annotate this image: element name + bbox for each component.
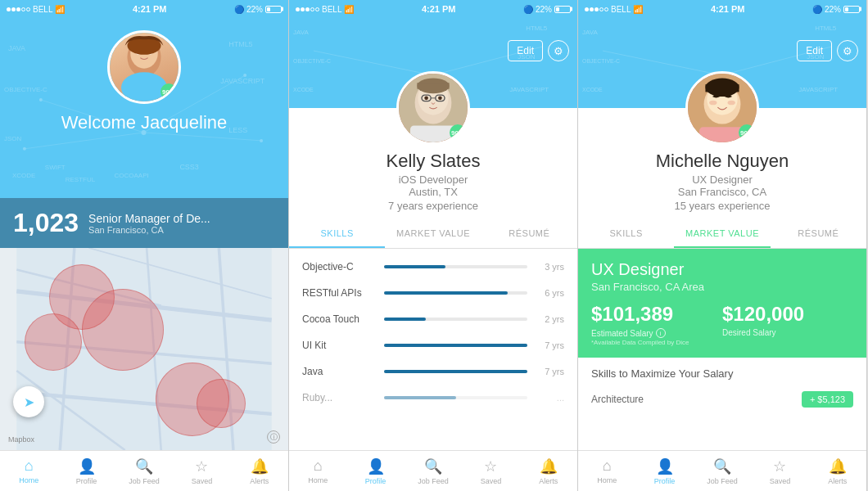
profile-icon-3: 👤 (656, 457, 674, 475)
battery-label-1: 22% (246, 5, 263, 14)
status-bar-2: BELL 📶 4:21 PM 🔵 22% (289, 0, 577, 18)
skill-row-1: RESTful APIs 6 yrs (289, 280, 577, 306)
signal-dot (301, 7, 305, 11)
signal-dot-empty (604, 7, 608, 11)
home-icon-2: ⌂ (314, 457, 323, 475)
tab-bar-2: SKILLS MARKET VALUE RÉSUMÉ (289, 220, 577, 249)
saved-icon-1: ☆ (195, 457, 208, 475)
saved-icon-3: ☆ (773, 457, 786, 475)
svg-text:SWIFT: SWIFT (45, 164, 66, 171)
skill-name-1: RESTful APIs (302, 287, 376, 299)
svg-rect-69 (705, 84, 739, 92)
profile-header-2: JAVA HTML5 OBJECTIVE-C JSON XCODE JAVASC… (289, 18, 577, 220)
nav-home-3[interactable]: ⌂ Home (578, 451, 635, 491)
svg-text:HTML5: HTML5 (815, 25, 837, 32)
battery-label-2: 22% (536, 5, 552, 14)
fab-location-button[interactable]: ➤ (13, 386, 44, 417)
home-icon-1: ⌂ (25, 457, 34, 475)
carrier-label: BELL (33, 5, 52, 14)
svg-text:JSON: JSON (4, 135, 21, 142)
status-right-3: 🔵 22% (812, 5, 860, 14)
signal-dots-3 (585, 7, 608, 11)
profile-exp-3: 15 years experience (656, 200, 789, 212)
wifi-icon-2: 📶 (344, 5, 354, 14)
mv-skill-name-0: Architecture (591, 394, 793, 405)
nav-home-2[interactable]: ⌂ Home (289, 451, 346, 491)
tab-resume-3[interactable]: RÉSUMÉ (771, 220, 866, 248)
wifi-icon: 📶 (55, 5, 65, 14)
status-left-2: BELL 📶 (296, 5, 354, 14)
skill-yrs-0: 3 yrs (536, 262, 564, 272)
status-time-1: 4:21 PM (133, 4, 167, 14)
avatar-wrap-3: 90% (685, 71, 759, 145)
nav-saved-3[interactable]: ☆ Saved (751, 451, 808, 491)
profile-icon-2: 👤 (367, 457, 385, 475)
map-bubble-2 (82, 289, 164, 371)
nav-saved-1[interactable]: ☆ Saved (173, 451, 230, 491)
svg-point-19 (260, 139, 263, 142)
settings-button-3[interactable]: ⚙ (837, 40, 858, 61)
mv-desired-salary: $120,000 Desired Salary (722, 303, 853, 346)
tab-marketvalue-2[interactable]: MARKET VALUE (385, 220, 481, 248)
nav-saved-label-2: Saved (481, 477, 502, 485)
nav-alerts-3[interactable]: 🔔 Alerts (809, 451, 866, 491)
signal-dots-1 (7, 7, 30, 11)
mv-card-title: UX Designer (591, 260, 853, 279)
edit-button-3[interactable]: Edit (797, 40, 832, 61)
svg-point-27 (121, 72, 167, 101)
edit-button-2[interactable]: Edit (508, 40, 543, 61)
alerts-icon-2: 🔔 (540, 457, 558, 475)
job-info: Senior Manager of De... San Francisco, C… (88, 212, 210, 235)
info-button[interactable]: ⓘ (267, 430, 280, 444)
job-count: 1,023 (13, 208, 79, 238)
skill-name-5: Ruby... (302, 392, 376, 403)
skill-row-5: Ruby... ... (289, 385, 577, 411)
skill-row-2: Cocoa Touch 2 yrs (289, 306, 577, 332)
map-bubble-5 (197, 379, 246, 428)
nav-saved-2[interactable]: ☆ Saved (462, 451, 519, 491)
market-value-section: UX Designer San Francisco, CA Area $101,… (578, 249, 866, 450)
status-right-1: 🔵 22% (234, 5, 282, 14)
skill-bar-wrap-0 (384, 265, 527, 268)
svg-text:XCODE: XCODE (582, 87, 603, 92)
skill-name-3: UI Kit (302, 340, 376, 351)
profile-role-3: UX Designer (656, 173, 789, 186)
skill-bar-1 (384, 291, 508, 295)
percent-badge-3: 90% (739, 124, 755, 141)
tab-skills-3[interactable]: SKILLS (578, 220, 674, 248)
nav-alerts-2[interactable]: 🔔 Alerts (520, 451, 577, 491)
tab-skills-2[interactable]: SKILLS (289, 220, 385, 248)
status-bar-1: BELL 📶 4:21 PM 🔵 22% (0, 0, 288, 18)
skill-yrs-5: ... (536, 393, 564, 403)
skill-row-3: UI Kit 7 yrs (289, 332, 577, 358)
nav-alerts-1[interactable]: 🔔 Alerts (231, 451, 288, 491)
tab-marketvalue-3[interactable]: MARKET VALUE (674, 220, 770, 248)
mv-desired-label: Desired Salary (722, 328, 853, 337)
bluetooth-icon-2: 🔵 (523, 5, 533, 14)
job-title: Senior Manager of De... (88, 212, 210, 225)
skill-bar-5 (384, 396, 456, 399)
avatar-2: 90% (396, 71, 470, 145)
settings-button-2[interactable]: ⚙ (548, 40, 569, 61)
header-actions-2: Edit ⚙ (508, 40, 569, 61)
nav-home-1[interactable]: ⌂ Home (0, 451, 57, 491)
mv-skill-row-0: Architecture + $5,123 (578, 386, 866, 412)
svg-point-54 (424, 97, 428, 101)
skill-bar-wrap-2 (384, 318, 527, 321)
home-icon-3: ⌂ (603, 457, 612, 475)
nav-jobfeed-1[interactable]: 🔍 Job Feed (115, 451, 173, 491)
nav-jobfeed-3[interactable]: 🔍 Job Feed (694, 451, 751, 491)
tab-resume-2[interactable]: RÉSUMÉ (481, 220, 577, 248)
profile-info-3: Michelle Nguyen UX Designer San Francisc… (648, 151, 798, 220)
nav-profile-2[interactable]: 👤 Profile (346, 451, 404, 491)
nav-profile-1[interactable]: 👤 Profile (57, 451, 115, 491)
nav-home-label-3: Home (597, 476, 617, 484)
nav-profile-3[interactable]: 👤 Profile (635, 451, 693, 491)
nav-saved-label-1: Saved (192, 477, 213, 485)
avatar-3: 90% (685, 71, 759, 145)
nav-alerts-label-2: Alerts (539, 477, 558, 485)
nav-jobfeed-2[interactable]: 🔍 Job Feed (405, 451, 462, 491)
saved-icon-2: ☆ (484, 457, 497, 475)
mv-skill-badge-0: + $5,123 (802, 391, 853, 408)
svg-text:JAVA: JAVA (293, 29, 309, 36)
